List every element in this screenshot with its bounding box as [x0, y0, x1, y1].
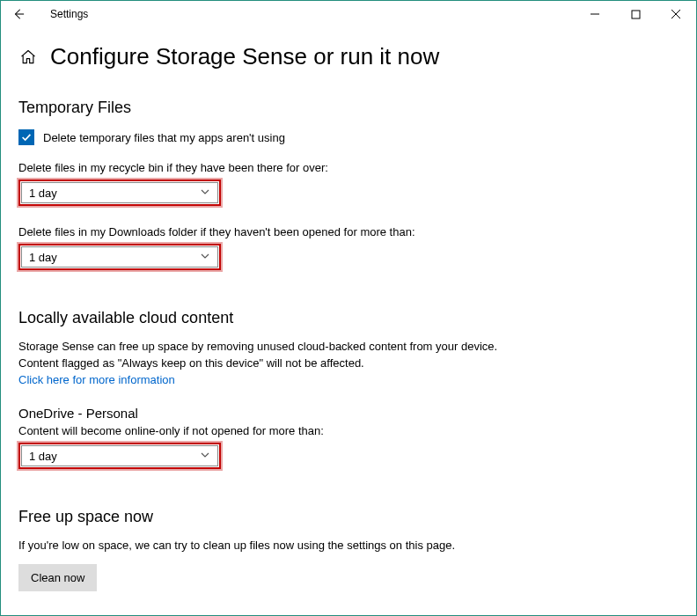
clean-now-button[interactable]: Clean now — [18, 564, 97, 591]
section-free-up-space: Free up space now — [18, 508, 679, 526]
section-cloud-content: Locally available cloud content — [18, 309, 679, 327]
chevron-down-icon — [200, 187, 210, 200]
minimize-button[interactable] — [575, 1, 615, 27]
section-temporary-files: Temporary Files — [18, 99, 679, 117]
downloads-dropdown[interactable]: 1 day — [18, 244, 221, 270]
maximize-button[interactable] — [615, 1, 656, 27]
app-name: Settings — [50, 8, 88, 20]
home-icon[interactable] — [18, 48, 38, 67]
downloads-label: Delete files in my Downloads folder if t… — [18, 225, 679, 238]
titlebar: Settings — [1, 1, 696, 27]
onedrive-desc: Content will become online-only if not o… — [18, 424, 679, 437]
checkbox-delete-temp[interactable] — [18, 129, 34, 145]
onedrive-value: 1 day — [29, 450, 200, 463]
recycle-bin-dropdown[interactable]: 1 day — [18, 180, 221, 206]
cloud-info-link[interactable]: Click here for more information — [18, 373, 679, 386]
close-button[interactable] — [656, 1, 696, 27]
recycle-bin-value: 1 day — [29, 187, 200, 200]
cloud-desc-2: Content flagged as "Always keep on this … — [18, 356, 679, 370]
svg-rect-2 — [632, 11, 640, 18]
checkbox-delete-temp-label: Delete temporary files that my apps aren… — [43, 131, 285, 144]
onedrive-heading: OneDrive - Personal — [18, 406, 679, 421]
recycle-bin-label: Delete files in my recycle bin if they h… — [18, 161, 679, 174]
chevron-down-icon — [200, 450, 210, 463]
downloads-value: 1 day — [29, 251, 200, 264]
back-button[interactable] — [8, 4, 29, 25]
page-title: Configure Storage Sense or run it now — [50, 43, 439, 70]
freeup-desc: If you're low on space, we can try to cl… — [18, 539, 679, 552]
checkbox-row-delete-temp[interactable]: Delete temporary files that my apps aren… — [18, 129, 679, 145]
onedrive-dropdown[interactable]: 1 day — [18, 443, 221, 469]
chevron-down-icon — [200, 251, 210, 264]
cloud-desc-1: Storage Sense can free up space by remov… — [18, 340, 679, 353]
